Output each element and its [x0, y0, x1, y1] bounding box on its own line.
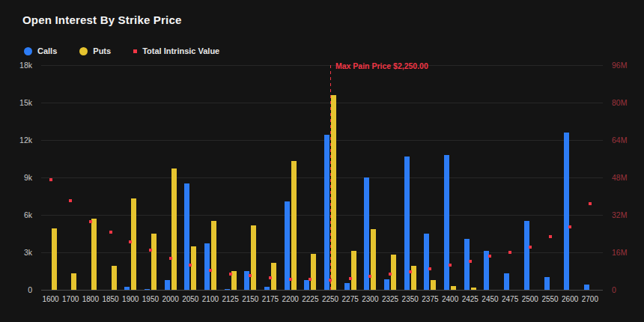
legend: Calls Puts Total Intrinsic Value: [24, 46, 219, 55]
intrinsic-dot-2200[interactable]: [289, 278, 292, 281]
bar-puts-2050[interactable]: [191, 246, 196, 290]
x-axis-tick-2050: 2050: [182, 295, 198, 303]
intrinsic-dot-1950[interactable]: [149, 249, 152, 252]
intrinsic-dot-2300[interactable]: [368, 275, 371, 278]
bar-puts-2250[interactable]: [331, 95, 336, 290]
intrinsic-dot-2175[interactable]: [269, 276, 272, 279]
y-axis-left-tick-12k: 12k: [19, 136, 32, 145]
y-axis-right-tick-32M: 32M: [612, 210, 627, 219]
y-axis-right-tick-80M: 80M: [612, 98, 627, 107]
calls-marker-icon: [24, 47, 32, 55]
gridline-12k: [41, 140, 603, 141]
bar-calls-2275[interactable]: [344, 283, 350, 290]
intrinsic-dot-2400[interactable]: [449, 264, 452, 267]
bar-calls-2300[interactable]: [364, 177, 369, 290]
bar-puts-1850[interactable]: [112, 266, 117, 290]
x-axis-tick-2600: 2600: [562, 295, 578, 303]
x-axis-tick-2550: 2550: [541, 295, 558, 303]
x-axis-tick-2125: 2125: [222, 295, 238, 303]
x-axis-tick-1600: 1600: [42, 295, 58, 303]
intrinsic-dot-2000[interactable]: [169, 257, 172, 260]
bar-calls-2050[interactable]: [184, 183, 189, 290]
bar-puts-2375[interactable]: [431, 280, 436, 290]
y-axis-right-tick-16M: 16M: [612, 248, 627, 257]
legend-item-intrinsic[interactable]: Total Intrinsic Value: [133, 46, 219, 55]
bar-calls-2425[interactable]: [464, 239, 470, 290]
bar-calls-2175[interactable]: [264, 287, 270, 290]
bar-puts-1600[interactable]: [52, 228, 57, 291]
intrinsic-dot-2225[interactable]: [309, 278, 312, 281]
bar-puts-2100[interactable]: [211, 221, 216, 291]
intrinsic-dot-2600[interactable]: [568, 225, 571, 228]
x-axis-tick-2275: 2275: [342, 295, 359, 303]
x-axis-tick-2450: 2450: [482, 295, 498, 303]
bar-puts-2175[interactable]: [271, 263, 276, 290]
bar-puts-1700[interactable]: [71, 273, 76, 291]
intrinsic-dot-2150[interactable]: [249, 274, 252, 277]
intrinsic-dot-2475[interactable]: [508, 251, 511, 254]
bar-calls-2375[interactable]: [424, 234, 429, 290]
y-axis-left-tick-9k: 9k: [24, 173, 32, 182]
intrinsic-dot-2350[interactable]: [409, 270, 412, 273]
intrinsic-dot-2425[interactable]: [469, 260, 472, 263]
bar-calls-2600[interactable]: [564, 133, 569, 290]
legend-label-intrinsic: Total Intrinsic Value: [142, 46, 219, 55]
bar-calls-2400[interactable]: [444, 155, 449, 290]
bar-calls-2200[interactable]: [285, 201, 290, 290]
bar-calls-1900[interactable]: [124, 287, 130, 290]
bar-puts-2125[interactable]: [231, 271, 237, 290]
y-axis-left-tick-0: 0: [28, 285, 32, 294]
y-axis-right-tick-64M: 64M: [612, 136, 627, 145]
legend-item-calls[interactable]: Calls: [24, 46, 57, 55]
intrinsic-dot-2450[interactable]: [488, 255, 491, 258]
intrinsic-dot-1850[interactable]: [109, 231, 112, 234]
intrinsic-dot-2550[interactable]: [549, 235, 552, 238]
intrinsic-dot-1800[interactable]: [89, 220, 92, 223]
y-axis-left-tick-3k: 3k: [24, 248, 32, 257]
intrinsic-dot-2500[interactable]: [529, 246, 532, 249]
intrinsic-dot-2050[interactable]: [189, 264, 192, 267]
y-axis-left-tick-6k: 6k: [24, 210, 32, 219]
x-axis-tick-1800: 1800: [82, 295, 99, 303]
intrinsic-dot-1900[interactable]: [129, 240, 132, 243]
bar-puts-2150[interactable]: [251, 225, 256, 290]
bar-calls-2475[interactable]: [504, 273, 509, 291]
bar-calls-2000[interactable]: [165, 280, 170, 290]
bar-puts-1950[interactable]: [151, 234, 157, 290]
bar-puts-2350[interactable]: [411, 266, 416, 291]
bar-puts-1900[interactable]: [131, 198, 136, 290]
bar-puts-2200[interactable]: [291, 161, 297, 291]
x-axis-tick-2000: 2000: [162, 295, 178, 303]
intrinsic-dot-2100[interactable]: [209, 269, 212, 272]
bar-puts-2300[interactable]: [371, 229, 376, 290]
bar-calls-2700[interactable]: [584, 285, 589, 290]
bar-calls-2550[interactable]: [544, 277, 550, 291]
y-axis-right-tick-0: 0: [612, 285, 616, 294]
intrinsic-dot-2700[interactable]: [589, 202, 592, 205]
bar-puts-2225[interactable]: [311, 254, 316, 290]
bar-calls-2225[interactable]: [304, 280, 309, 290]
legend-item-puts[interactable]: Puts: [79, 46, 111, 55]
bar-calls-1950[interactable]: [145, 289, 150, 290]
intrinsic-dot-1600[interactable]: [49, 178, 52, 181]
intrinsic-dot-2125[interactable]: [229, 273, 232, 276]
bar-calls-2125[interactable]: [225, 289, 230, 290]
bar-puts-2000[interactable]: [171, 168, 177, 291]
bar-calls-2325[interactable]: [384, 279, 389, 290]
intrinsic-dot-2375[interactable]: [428, 267, 431, 270]
x-axis-tick-2400: 2400: [442, 295, 458, 303]
bar-puts-2275[interactable]: [351, 251, 356, 291]
bar-puts-1800[interactable]: [91, 219, 97, 290]
bar-calls-2500[interactable]: [524, 221, 529, 291]
y-axis-right-tick-96M: 96M: [612, 61, 627, 70]
bar-puts-2425[interactable]: [471, 288, 476, 290]
intrinsic-dot-2275[interactable]: [349, 277, 352, 280]
intrinsic-dot-1700[interactable]: [69, 199, 72, 202]
x-axis-tick-2250: 2250: [322, 295, 338, 303]
bar-calls-2250[interactable]: [324, 135, 329, 290]
bar-puts-2400[interactable]: [451, 286, 456, 290]
bar-puts-2325[interactable]: [391, 255, 396, 290]
puts-marker-icon: [79, 47, 88, 55]
bar-calls-2100[interactable]: [204, 243, 210, 290]
intrinsic-dot-2325[interactable]: [389, 273, 392, 276]
